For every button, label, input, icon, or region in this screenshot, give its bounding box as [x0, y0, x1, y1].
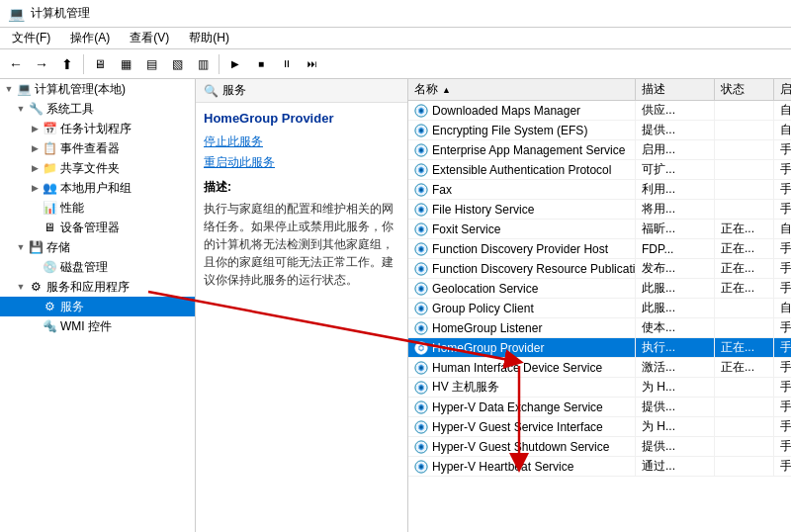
tree-item-services[interactable]: ⚙ 服务 [0, 297, 195, 316]
tree-item-eventviewer[interactable]: ▶ 📋 事件查看器 [0, 138, 195, 158]
cell-desc-0: 供应... [636, 101, 715, 120]
tree-item-wmi[interactable]: 🔩 WMI 控件 [0, 316, 195, 336]
svg-point-27 [419, 366, 423, 370]
middle-header: 🔍 服务 [196, 79, 407, 103]
tree-item-devmgr[interactable]: 🖥 设备管理器 [0, 218, 195, 237]
service-icon-17 [414, 440, 428, 454]
tree-item-systemtools[interactable]: ▼ 🔧 系统工具 [0, 99, 195, 119]
toggle-diskmgmt [28, 260, 42, 274]
cell-status-7: 正在... [715, 239, 774, 258]
restart-service-link[interactable]: 重启动此服务 [204, 154, 399, 171]
cell-status-12: 正在... [715, 338, 774, 357]
cell-desc-2: 启用... [636, 140, 715, 159]
toggle-devmgr [28, 221, 42, 234]
toolbar-computer[interactable]: 🖥 [88, 52, 112, 76]
toolbar-restart[interactable]: ⏭ [301, 52, 324, 76]
list-row[interactable]: Function Discovery Resource Publicati...… [408, 259, 791, 279]
toolbar-stop[interactable]: ■ [249, 52, 273, 76]
toolbar-forward[interactable]: → [30, 52, 53, 76]
list-row[interactable]: Group Policy Client 此服... 自 [408, 299, 791, 318]
tree-item-scheduler[interactable]: ▶ 📅 任务计划程序 [0, 119, 195, 138]
list-row[interactable]: Extensible Authentication Protocol 可扩...… [408, 160, 791, 180]
menu-view[interactable]: 查看(V) [126, 29, 173, 47]
cell-name-10: Group Policy Client [408, 299, 636, 317]
cell-status-15 [715, 398, 774, 416]
list-row[interactable]: File History Service 将用... 手 [408, 200, 791, 220]
toolbar-up[interactable]: ⬆ [55, 52, 79, 76]
list-row[interactable]: Fax 利用... 手 [408, 180, 791, 200]
toolbar-pause[interactable]: ⏸ [275, 52, 299, 76]
menu-action[interactable]: 操作(A) [66, 29, 114, 47]
service-icon-13 [414, 361, 428, 375]
cell-name-11: HomeGroup Listener [408, 318, 636, 337]
toggle-localusers: ▶ [28, 181, 42, 195]
list-row[interactable]: Foxit Service 福昕... 正在... 自 [408, 220, 791, 239]
svg-point-37 [419, 465, 423, 469]
list-row[interactable]: Human Interface Device Service 激活... 正在.… [408, 358, 791, 378]
cell-startup-4: 手 [774, 180, 791, 199]
service-name: HomeGroup Provider [204, 111, 399, 126]
cell-startup-3: 手 [774, 160, 791, 179]
list-row[interactable]: Hyper-V Guest Shutdown Service 提供... 手 [408, 437, 791, 457]
tree-item-computer[interactable]: ▼ 💻 计算机管理(本地) [0, 79, 195, 99]
list-row[interactable]: Encrypting File System (EFS) 提供... 自 [408, 121, 791, 140]
svg-point-35 [419, 445, 423, 449]
toggle-scheduler: ▶ [28, 122, 42, 135]
main-layout: ▼ 💻 计算机管理(本地) ▼ 🔧 系统工具 ▶ 📅 任务计划程序 ▶ 📋 事件… [0, 79, 791, 532]
list-body: Downloaded Maps Manager 供应... 自 Encrypti… [408, 101, 791, 532]
cell-desc-11: 使本... [636, 318, 715, 337]
cell-startup-5: 手 [774, 200, 791, 219]
cell-name-3: Extensible Authentication Protocol [408, 160, 636, 179]
cell-name-7: Function Discovery Provider Host [408, 239, 636, 258]
toolbar-view4[interactable]: ▥ [191, 52, 215, 76]
list-row[interactable]: HomeGroup Provider 执行... 正在... 手 [408, 338, 791, 358]
list-row[interactable]: Hyper-V Guest Service Interface 为 H... 手 [408, 417, 791, 437]
tree-item-diskmgmt[interactable]: 💿 磁盘管理 [0, 257, 195, 277]
menu-help[interactable]: 帮助(H) [185, 29, 233, 47]
col-header-desc[interactable]: 描述 [636, 79, 715, 100]
col-header-name[interactable]: 名称 ▲ [408, 79, 636, 100]
cell-desc-6: 福昕... [636, 220, 715, 238]
tree-item-storage[interactable]: ▼ 💾 存储 [0, 237, 195, 257]
menu-file[interactable]: 文件(F) [8, 29, 54, 47]
cell-desc-4: 利用... [636, 180, 715, 199]
tree-item-sharedfolders[interactable]: ▶ 📁 共享文件夹 [0, 158, 195, 178]
list-row[interactable]: Enterprise App Management Service 启用... … [408, 140, 791, 160]
col-header-status[interactable]: 状态 [715, 79, 774, 100]
label-systemtools: 系统工具 [46, 101, 94, 118]
label-diskmgmt: 磁盘管理 [60, 259, 108, 276]
cell-status-5 [715, 200, 774, 219]
toolbar-view3[interactable]: ▧ [165, 52, 189, 76]
toolbar-view2[interactable]: ▤ [139, 52, 163, 76]
svg-point-31 [419, 405, 423, 409]
main-container: ▼ 💻 计算机管理(本地) ▼ 🔧 系统工具 ▶ 📅 任务计划程序 ▶ 📋 事件… [0, 79, 791, 532]
toolbar-back[interactable]: ← [4, 52, 28, 76]
svg-point-17 [419, 267, 423, 271]
col-header-startup[interactable]: 启 [774, 79, 791, 100]
service-icon-18 [414, 460, 428, 474]
toolbar-play[interactable]: ▶ [223, 52, 247, 76]
cell-name-16: Hyper-V Guest Service Interface [408, 417, 636, 436]
list-row[interactable]: Downloaded Maps Manager 供应... 自 [408, 101, 791, 121]
middle-header-text: 服务 [222, 82, 246, 99]
list-row[interactable]: Geolocation Service 此服... 正在... 手 [408, 279, 791, 299]
icon-eventviewer: 📋 [42, 140, 57, 156]
cell-startup-12: 手 [774, 338, 791, 357]
list-row[interactable]: HomeGroup Listener 使本... 手 [408, 318, 791, 338]
toolbar-view1[interactable]: ▦ [114, 52, 137, 76]
list-row[interactable]: HV 主机服务 为 H... 手 [408, 378, 791, 398]
tree-item-performance[interactable]: 📊 性能 [0, 198, 195, 218]
service-icon-9 [414, 282, 428, 296]
toolbar: ← → ⬆ 🖥 ▦ ▤ ▧ ▥ ▶ ■ ⏸ ⏭ [0, 49, 791, 79]
icon-services: ⚙ [42, 299, 57, 314]
list-row[interactable]: Function Discovery Provider Host FDP... … [408, 239, 791, 259]
cell-desc-10: 此服... [636, 299, 715, 317]
list-row[interactable]: Hyper-V Data Exchange Service 提供... 手 [408, 398, 791, 417]
tree-item-svcapps[interactable]: ▼ ⚙ 服务和应用程序 [0, 277, 195, 297]
service-icon-10 [414, 302, 428, 315]
tree-item-localusers[interactable]: ▶ 👥 本地用户和组 [0, 178, 195, 198]
cell-desc-15: 提供... [636, 398, 715, 416]
list-row[interactable]: Hyper-V Heartbeat Service 通过... 手 [408, 457, 791, 477]
stop-service-link[interactable]: 停止此服务 [204, 133, 399, 150]
svg-point-9 [419, 188, 423, 192]
